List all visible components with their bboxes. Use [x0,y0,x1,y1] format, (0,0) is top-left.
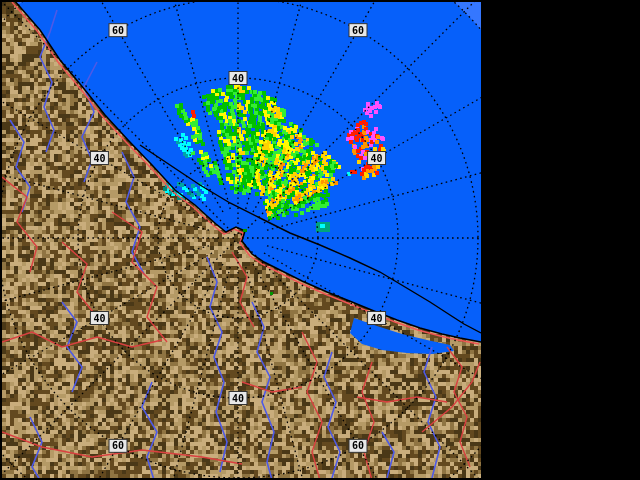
river-line [62,302,82,392]
river-line [30,417,42,478]
range-label: 40 [93,153,105,164]
site-marker [243,229,247,232]
azimuth-radial [134,267,230,478]
range-label: 40 [232,73,244,84]
range-label: 60 [352,440,364,451]
coast-road-line [12,2,479,344]
river-line [382,432,394,478]
river-line [424,347,440,478]
azimuth-radial [134,2,230,209]
road-line [2,177,37,272]
road-line [232,252,254,327]
river-line [207,257,227,472]
range-label: 40 [232,393,244,404]
range-label: 60 [112,440,124,451]
road-line [2,332,162,347]
site-marker [270,292,273,295]
azimuth-radial [2,134,209,230]
river-line [142,382,157,478]
map-overlay: 40404040404060606060 [2,2,481,478]
road-line [62,242,97,317]
side-panel: ilts2PPISEAICE2_A_WTask: SEAICE2_APRF: 1… [482,0,640,480]
radar-ppi-map: 40404040404060606060 [2,2,481,478]
road-line [357,397,447,402]
range-label: 60 [112,25,124,36]
road-line [242,382,302,392]
azimuth-radial [2,253,212,438]
azimuth-radial [253,264,438,478]
azimuth-radial [246,267,342,478]
range-ring-40km [78,78,398,398]
road-line [302,332,322,478]
radar-display-app: 40404040404060606060 ilts2PPISEAICE2_A_W… [0,0,640,480]
azimuth-radial [2,38,212,223]
road-line [422,362,480,432]
road-line [362,362,374,478]
range-label: 40 [93,313,105,324]
azimuth-radial [267,246,481,342]
range-label: 60 [352,25,364,36]
azimuth-radial [253,2,438,212]
road-line [112,212,167,342]
azimuth-radial [38,2,223,212]
river-line [122,152,144,274]
river-line [40,10,57,152]
azimuth-radial [264,38,481,223]
river-line [252,302,274,478]
road-line [447,347,470,467]
azimuth-radial [38,264,223,478]
azimuth-radial [267,134,481,230]
range-label: 40 [371,153,383,164]
azimuth-radial [246,2,342,209]
range-label: 40 [371,313,383,324]
